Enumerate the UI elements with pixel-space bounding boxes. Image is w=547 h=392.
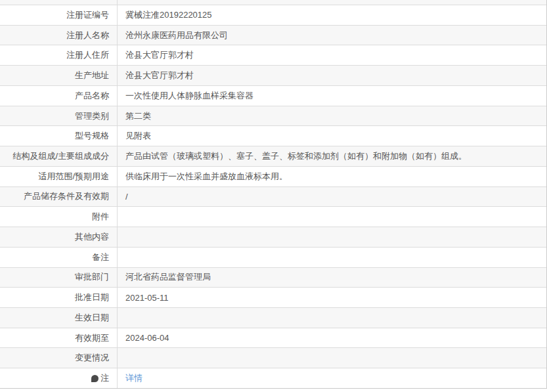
row-label: 备注 [92, 251, 109, 263]
row-label: 结构及组成/主要组成成分 [12, 150, 109, 162]
table-row: 产品名称 一次性使用人体静脉血样采集容器 [0, 86, 546, 106]
top-strip-value-cell [118, 0, 546, 5]
row-label: 注 [100, 372, 109, 384]
row-label: 生产地址 [75, 70, 109, 81]
table-row: 型号规格 见附表 [0, 126, 546, 146]
row-value-cell: 一次性使用人体静脉血样采集容器 [118, 86, 546, 106]
row-label-cell: 生产地址 [0, 66, 118, 85]
row-label: 审批部门 [75, 271, 109, 283]
table-row: 生产地址 沧县大官厅郭才村 [0, 66, 546, 86]
table-row: 注册人住所 沧县大官厅郭才村 [0, 45, 546, 66]
table-row: 其他内容 [0, 227, 546, 248]
row-label: 注册人住所 [66, 49, 109, 61]
row-value: 河北省药品监督管理局 [125, 271, 211, 283]
row-label: 适用范围/预期用途 [38, 171, 109, 183]
row-value: 第二类 [125, 110, 151, 122]
table-row: 批准日期 2021-05-11 [0, 288, 546, 308]
row-label-cell: 型号规格 [0, 126, 118, 146]
row-value-cell: 河北省药品监督管理局 [118, 268, 546, 288]
row-label: 变更情况 [75, 352, 109, 364]
row-label-cell: 注册人名称 [0, 26, 118, 45]
row-value: 见附表 [125, 130, 151, 142]
table-row: 备注 [0, 248, 546, 268]
table-row: 结构及组成/主要组成成分 产品由试管（玻璃或塑料）、塞子、盖子、标签和添加剂（如… [0, 146, 546, 167]
table-row: 变更情况 [0, 348, 546, 368]
row-label-cell: 结构及组成/主要组成成分 [0, 146, 118, 166]
row-value: 供临床用于一次性采血并盛放血液标本用。 [125, 171, 288, 183]
row-label: 注册人名称 [66, 30, 109, 41]
row-value-cell: 沧县大官厅郭才村 [118, 45, 546, 65]
row-value: 沧县大官厅郭才村 [125, 70, 194, 81]
table-row: 注册人名称 沧州永康医药用品有限公司 [0, 26, 546, 46]
row-value: 产品由试管（玻璃或塑料）、塞子、盖子、标签和添加剂（如有）和附加物（如有）组成。 [125, 150, 467, 162]
row-label-cell: 产品储存条件及有效期 [0, 187, 118, 207]
row-value-cell: 第二类 [118, 106, 546, 126]
row-label: 批准日期 [75, 292, 109, 303]
row-label-cell: 注册证编号 [0, 5, 118, 25]
row-label-cell: 管理类别 [0, 106, 118, 126]
table-row: 适用范围/预期用途 供临床用于一次性采血并盛放血液标本用。 [0, 167, 546, 187]
row-label: 生效日期 [75, 312, 109, 324]
row-value: / [125, 192, 128, 202]
row-label-cell: 适用范围/预期用途 [0, 167, 118, 186]
row-value-cell [118, 348, 546, 368]
row-value: 沧县大官厅郭才村 [125, 49, 194, 61]
table-row: 注册证编号 冀械注准20192220125 [0, 5, 546, 26]
table-row: 管理类别 第二类 [0, 106, 546, 127]
row-value-cell: 2021-05-11 [118, 288, 546, 307]
row-value-cell: 供临床用于一次性采血并盛放血液标本用。 [118, 167, 546, 186]
row-value-cell: 2024-06-04 [118, 328, 546, 348]
table-row: 产品储存条件及有效期 / [0, 187, 546, 207]
row-value-cell: 沧县大官厅郭才村 [118, 66, 546, 85]
top-strip-label-cell [0, 0, 118, 5]
row-value-cell: 详情 [118, 368, 546, 388]
row-value-cell [118, 308, 546, 328]
row-label-cell: 审批部门 [0, 268, 118, 288]
table-top-partial-row [0, 0, 546, 5]
row-value-cell: 见附表 [118, 126, 546, 146]
note-balloon-icon [91, 375, 98, 382]
row-label: 附件 [92, 211, 109, 223]
detail-link[interactable]: 详情 [125, 372, 142, 384]
row-value-cell: 冀械注准20192220125 [118, 5, 546, 25]
row-label: 注册证编号 [66, 9, 109, 21]
row-label: 管理类别 [75, 110, 109, 122]
row-label-cell: 产品名称 [0, 86, 118, 106]
row-value-cell [118, 248, 546, 267]
row-label: 产品储存条件及有效期 [24, 190, 109, 202]
row-value: 冀械注准20192220125 [125, 9, 212, 21]
row-value-cell: / [118, 187, 546, 207]
row-label-cell: 附件 [0, 207, 118, 227]
row-label: 有效期至 [75, 332, 109, 344]
row-value: 2024-06-04 [125, 333, 169, 343]
row-label: 产品名称 [75, 90, 109, 102]
row-label-cell: 变更情况 [0, 348, 118, 368]
table-row: 有效期至 2024-06-04 [0, 328, 546, 349]
registration-info-table: 注册证编号 冀械注准20192220125 注册人名称 沧州永康医药用品有限公司… [0, 0, 547, 389]
row-label-cell: 有效期至 [0, 328, 118, 348]
row-label-cell: 其他内容 [0, 227, 118, 247]
row-label-cell: 备注 [0, 248, 118, 267]
row-value-cell [118, 207, 546, 227]
row-label: 型号规格 [75, 130, 109, 142]
row-label-cell: 注 [0, 368, 118, 388]
row-value: 一次性使用人体静脉血样采集容器 [125, 90, 253, 102]
row-value: 2021-05-11 [125, 293, 169, 303]
row-value-cell: 沧州永康医药用品有限公司 [118, 26, 546, 45]
row-value: 沧州永康医药用品有限公司 [125, 30, 228, 41]
row-value-cell [118, 227, 546, 247]
row-value-cell: 产品由试管（玻璃或塑料）、塞子、盖子、标签和添加剂（如有）和附加物（如有）组成。 [118, 146, 546, 166]
table-rows: 注册证编号 冀械注准20192220125 注册人名称 沧州永康医药用品有限公司… [0, 5, 546, 389]
row-label: 其他内容 [75, 231, 109, 243]
table-row: 注 详情 [0, 368, 546, 389]
row-label-cell: 生效日期 [0, 308, 118, 328]
table-row: 附件 [0, 207, 546, 227]
table-row: 审批部门 河北省药品监督管理局 [0, 268, 546, 288]
table-row: 生效日期 [0, 308, 546, 328]
row-label-cell: 注册人住所 [0, 45, 118, 65]
row-label-cell: 批准日期 [0, 288, 118, 307]
